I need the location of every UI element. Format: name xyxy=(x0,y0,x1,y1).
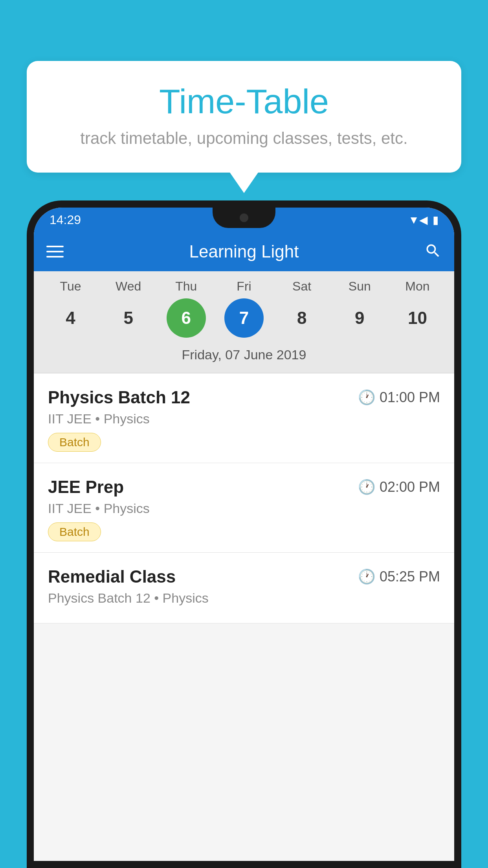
clock-icon-0: 🕐 xyxy=(358,389,376,406)
bubble-title: Time-Table xyxy=(50,83,438,121)
schedule-item-time-2: 🕐 05:25 PM xyxy=(358,568,440,585)
hamburger-line-1 xyxy=(46,246,64,247)
hamburger-line-2 xyxy=(46,251,64,252)
speech-bubble-container: Time-Table track timetable, upcoming cla… xyxy=(27,61,461,173)
schedule-item-header-0: Physics Batch 12 🕐 01:00 PM xyxy=(48,388,440,407)
day-numbers: 45678910 xyxy=(34,298,454,338)
schedule-item-time-text-0: 01:00 PM xyxy=(380,389,440,406)
day-header-wed: Wed xyxy=(109,279,148,294)
schedule-item-time-0: 🕐 01:00 PM xyxy=(358,389,440,406)
schedule-item-2[interactable]: Remedial Class 🕐 05:25 PM Physics Batch … xyxy=(34,553,454,623)
day-number-10[interactable]: 10 xyxy=(398,298,437,338)
phone-inner: 14:29 ▼◀ ▮ Learning Light xyxy=(34,208,454,861)
hamburger-menu-icon[interactable] xyxy=(46,246,64,257)
status-time: 14:29 xyxy=(50,213,81,227)
schedule-item-time-text-1: 02:00 PM xyxy=(380,479,440,495)
day-header-fri: Fri xyxy=(224,279,264,294)
batch-badge-1: Batch xyxy=(48,522,101,541)
schedule-item-time-1: 🕐 02:00 PM xyxy=(358,479,440,495)
search-icon[interactable] xyxy=(424,242,442,261)
day-header-sat: Sat xyxy=(282,279,321,294)
clock-icon-1: 🕐 xyxy=(358,479,376,495)
schedule-item-header-2: Remedial Class 🕐 05:25 PM xyxy=(48,567,440,587)
batch-badge-0: Batch xyxy=(48,433,101,452)
day-header-mon: Mon xyxy=(398,279,437,294)
hamburger-line-3 xyxy=(46,256,64,257)
calendar-strip: TueWedThuFriSatSunMon 45678910 Friday, 0… xyxy=(34,271,454,373)
notch xyxy=(213,208,275,228)
schedule-item-time-text-2: 05:25 PM xyxy=(380,568,440,585)
schedule-item-subtitle-1: IIT JEE • Physics xyxy=(48,501,440,516)
status-bar: 14:29 ▼◀ ▮ xyxy=(34,208,454,232)
schedule-item-subtitle-2: Physics Batch 12 • Physics xyxy=(48,590,440,606)
day-number-5[interactable]: 5 xyxy=(109,298,148,338)
schedule-item-title-0: Physics Batch 12 xyxy=(48,388,190,407)
schedule-item-1[interactable]: JEE Prep 🕐 02:00 PM IIT JEE • Physics Ba… xyxy=(34,463,454,553)
bubble-subtitle: track timetable, upcoming classes, tests… xyxy=(50,128,438,149)
clock-icon-2: 🕐 xyxy=(358,568,376,585)
status-icons: ▼◀ ▮ xyxy=(408,213,438,226)
speech-bubble: Time-Table track timetable, upcoming cla… xyxy=(27,61,461,173)
day-number-7[interactable]: 7 xyxy=(224,298,264,338)
day-header-thu: Thu xyxy=(167,279,206,294)
notch-camera xyxy=(240,213,248,222)
schedule-item-title-1: JEE Prep xyxy=(48,477,124,497)
day-header-sun: Sun xyxy=(340,279,379,294)
battery-icon: ▮ xyxy=(433,213,438,226)
schedule-item-0[interactable]: Physics Batch 12 🕐 01:00 PM IIT JEE • Ph… xyxy=(34,373,454,463)
schedule-item-title-2: Remedial Class xyxy=(48,567,176,587)
day-headers: TueWedThuFriSatSunMon xyxy=(34,279,454,294)
day-number-6[interactable]: 6 xyxy=(167,298,206,338)
day-number-4[interactable]: 4 xyxy=(51,298,90,338)
phone-outer: 14:29 ▼◀ ▮ Learning Light xyxy=(27,200,461,868)
selected-date-label: Friday, 07 June 2019 xyxy=(34,344,454,369)
day-number-9[interactable]: 9 xyxy=(340,298,379,338)
phone-mockup: 14:29 ▼◀ ▮ Learning Light xyxy=(27,200,461,868)
schedule-item-header-1: JEE Prep 🕐 02:00 PM xyxy=(48,477,440,497)
app-bar-title: Learning Light xyxy=(73,242,415,261)
schedule-item-subtitle-0: IIT JEE • Physics xyxy=(48,411,440,427)
wifi-icon: ▼◀ xyxy=(408,213,428,226)
day-number-8[interactable]: 8 xyxy=(282,298,321,338)
schedule-list: Physics Batch 12 🕐 01:00 PM IIT JEE • Ph… xyxy=(34,373,454,623)
app-bar: Learning Light xyxy=(34,232,454,271)
day-header-tue: Tue xyxy=(51,279,90,294)
